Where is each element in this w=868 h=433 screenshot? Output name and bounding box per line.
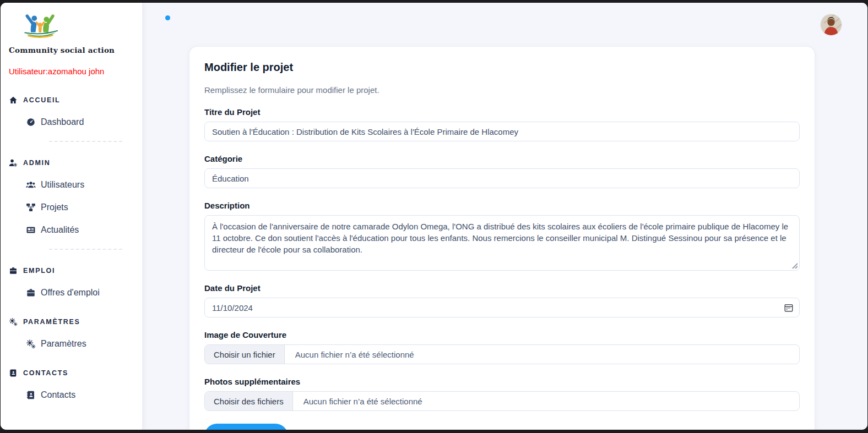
community-logo-icon (23, 10, 59, 43)
photos-label: Photos supplémentaires (204, 377, 800, 386)
briefcase-icon (9, 266, 18, 275)
sidebar-item-dashboard[interactable]: Dashboard (26, 117, 84, 127)
date-input[interactable] (204, 298, 800, 317)
notification-dot (165, 15, 170, 20)
section-label: EMPLOI (23, 267, 55, 275)
logged-in-user-label: Utilisateur:azomahou john (9, 67, 142, 76)
section-parametres: PARAMÈTRES (1, 317, 142, 326)
user-gear-icon (9, 158, 18, 167)
titre-input[interactable] (204, 122, 800, 141)
section-label: ADMIN (23, 159, 50, 167)
sidebar-item-label: Utilisateurs (41, 180, 84, 190)
cover-label: Image de Couverture (204, 330, 800, 339)
section-accueil: ACCUEIL (1, 96, 142, 105)
sidebar-item-offres-emploi[interactable]: Offres d'emploi (26, 288, 100, 298)
sidebar-item-label: Projets (41, 202, 68, 212)
photos-file-input[interactable]: Choisir des fichiers Aucun fichier n’a é… (204, 391, 800, 411)
sidebar-item-projets[interactable]: Projets (26, 202, 68, 212)
submit-project-button[interactable]: Modifier le Projet (204, 424, 288, 430)
sidebar-item-actualites[interactable]: Actualités (26, 225, 79, 235)
main-content: Modifier le projet Remplissez le formula… (143, 3, 867, 430)
users-icon (26, 180, 36, 190)
sidebar-nav: ACCUEIL Dashboard (1, 96, 142, 400)
home-icon (9, 96, 18, 105)
date-label: Date du Projet (204, 283, 800, 293)
dashboard-icon (26, 117, 36, 127)
edit-project-card: Modifier le projet Remplissez le formula… (189, 47, 815, 430)
description-label: Description (204, 201, 800, 210)
section-admin: ADMIN (1, 158, 142, 167)
sidebar-divider (49, 141, 122, 142)
page-title: Modifier le projet (204, 61, 800, 74)
file-status-text: Aucun fichier n’a été sélectionné (285, 345, 414, 364)
section-emploi: EMPLOI (1, 266, 142, 275)
newspaper-icon (26, 225, 36, 235)
cover-file-input[interactable]: Choisir un fichier Aucun fichier n’a été… (204, 344, 800, 364)
section-label: PARAMÈTRES (23, 318, 80, 326)
choose-files-button[interactable]: Choisir des fichiers (205, 392, 293, 410)
section-label: CONTACTS (23, 369, 68, 377)
app-window: Community social action Utilisateur:azom… (1, 3, 867, 430)
sidebar-item-contacts[interactable]: Contacts (26, 390, 75, 400)
description-textarea[interactable]: À l'occasion de l'anniversaire de notre … (204, 215, 800, 271)
sidebar-item-label: Actualités (41, 225, 79, 235)
gears-icon (9, 317, 18, 326)
address-book-icon (9, 369, 18, 377)
sidebar-item-utilisateurs[interactable]: Utilisateurs (26, 180, 84, 190)
page-subtitle: Remplissez le formulaire pour modifier l… (204, 85, 800, 95)
sidebar-item-label: Contacts (41, 390, 75, 400)
org-name: Community social action (9, 46, 142, 54)
user-avatar[interactable] (821, 14, 842, 35)
section-contacts: CONTACTS (1, 369, 142, 377)
calendar-icon[interactable] (784, 303, 794, 313)
sidebar-divider (49, 249, 122, 250)
avatar-photo (821, 14, 842, 35)
section-label: ACCUEIL (23, 96, 60, 104)
org-logo (1, 3, 142, 46)
sidebar-item-label: Offres d'emploi (41, 288, 100, 298)
categorie-label: Catégorie (204, 154, 800, 163)
gears-icon (26, 339, 36, 349)
sidebar-item-parametres[interactable]: Paramètres (26, 339, 86, 349)
categorie-input[interactable] (204, 168, 800, 188)
briefcase-icon (26, 288, 36, 298)
address-book-icon (26, 390, 36, 400)
project-diagram-icon (26, 202, 36, 212)
choose-file-button[interactable]: Choisir un fichier (205, 345, 285, 364)
titre-label: Titre du Projet (204, 107, 800, 117)
file-status-text: Aucun fichier n’a été sélectionné (293, 392, 422, 410)
sidebar-item-label: Dashboard (41, 117, 84, 127)
sidebar: Community social action Utilisateur:azom… (1, 3, 143, 430)
sidebar-item-label: Paramètres (41, 339, 86, 349)
